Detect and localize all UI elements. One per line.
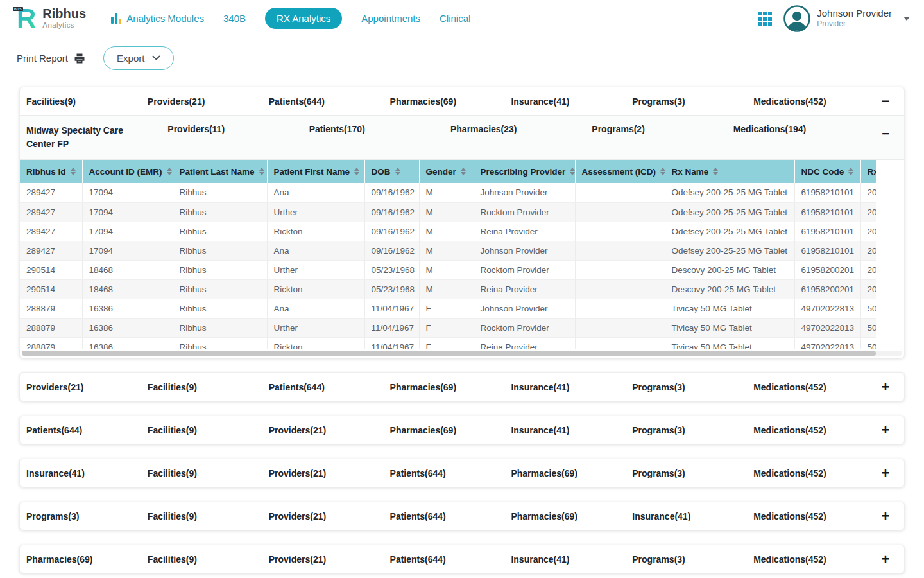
column-label: Prescribing Provider bbox=[481, 167, 566, 177]
column-header-rx[interactable]: Rx bbox=[860, 160, 876, 183]
column-header-ribhus-id[interactable]: Ribhus Id bbox=[20, 160, 82, 183]
export-button[interactable]: Export bbox=[103, 46, 174, 70]
accordion-item-programs-3: Programs(3) bbox=[632, 460, 753, 486]
table-cell: 09/16/1962 bbox=[364, 222, 419, 241]
table-cell: Rickton bbox=[267, 222, 364, 241]
main-nav: Analytics Modules340BRX AnalyticsAppoint… bbox=[111, 8, 470, 29]
nav-appointments[interactable]: Appointments bbox=[361, 13, 420, 24]
table-row[interactable]: 29051418468RibhusUrther05/23/1968MRockto… bbox=[20, 260, 876, 279]
accordion-item-medications-194: Medications(194) bbox=[733, 116, 875, 142]
table-row[interactable]: 28887916386RibhusAna11/04/1967FJohnson P… bbox=[20, 299, 876, 318]
accordion-item-medications-452: Medications(452) bbox=[753, 460, 875, 486]
column-header-ndc-code[interactable]: NDC Code bbox=[794, 160, 860, 183]
print-report-button[interactable]: Print Report bbox=[17, 53, 85, 64]
table-cell: 289427 bbox=[20, 183, 82, 202]
facilities-accordion-header[interactable]: Facilities(9)Providers(21)Patients(644)P… bbox=[20, 87, 904, 115]
column-header-assessment-icd[interactable]: Assessment (ICD) bbox=[575, 160, 665, 183]
nav-rx-analytics[interactable]: RX Analytics bbox=[265, 8, 342, 29]
report-content: Facilities(9)Providers(21)Patients(644)P… bbox=[0, 78, 924, 578]
table-row[interactable]: 28942717094RibhusUrther09/16/1962MRockto… bbox=[20, 202, 876, 222]
nav-analytics-modules[interactable]: Analytics Modules bbox=[111, 13, 204, 24]
table-row[interactable]: 28942717094RibhusRickton09/16/1962MReina… bbox=[20, 222, 876, 241]
expand-icon[interactable]: + bbox=[875, 552, 896, 566]
accordion-item-pharmacies-69: Pharmacies(69) bbox=[511, 460, 632, 486]
accordion-items: Providers(21)Facilities(9)Patients(644)P… bbox=[26, 374, 875, 400]
table-cell: M bbox=[419, 222, 474, 241]
accordion-header-patients-644[interactable]: Patients(644)Facilities(9)Providers(21)P… bbox=[20, 416, 904, 444]
expand-icon[interactable]: + bbox=[875, 509, 896, 523]
accordion-item-medications-452: Medications(452) bbox=[753, 504, 875, 529]
expand-icon[interactable]: + bbox=[875, 423, 896, 437]
top-navbar: RBUS Ribhus Analytics Analytics Modules3… bbox=[0, 0, 924, 37]
sort-icon[interactable] bbox=[660, 168, 665, 175]
table-cell: 61958210101 bbox=[794, 183, 860, 202]
table-row[interactable]: 28887916386RibhusUrther11/04/1967FRockto… bbox=[20, 318, 876, 337]
column-header-prescribing-provider[interactable]: Prescribing Provider bbox=[474, 160, 575, 183]
facility-accordion-header[interactable]: Midway Specialty Care Center FP Provider… bbox=[20, 115, 904, 160]
table-cell: M bbox=[419, 279, 474, 299]
brand-logo[interactable]: RBUS Ribhus Analytics bbox=[17, 0, 99, 37]
column-header-patient-first-name[interactable]: Patient First Name bbox=[267, 160, 364, 183]
accordion-header-pharmacies-69[interactable]: Pharmacies(69)Facilities(9)Providers(21)… bbox=[20, 545, 904, 573]
collapse-icon[interactable]: − bbox=[875, 94, 896, 109]
table-cell: Reina Provider bbox=[474, 279, 575, 299]
sort-icon[interactable] bbox=[167, 168, 172, 175]
table-cell: Urther bbox=[267, 318, 364, 337]
sort-icon[interactable] bbox=[570, 168, 575, 175]
table-cell: Reina Provider bbox=[474, 222, 575, 241]
accordion-header-providers-21[interactable]: Providers(21)Facilities(9)Patients(644)P… bbox=[20, 373, 904, 401]
table-cell: 17094 bbox=[82, 241, 173, 260]
accordion-item-facilities-9: Facilities(9) bbox=[148, 460, 269, 486]
sort-icon[interactable] bbox=[395, 168, 400, 175]
collapse-icon[interactable]: − bbox=[875, 116, 896, 140]
column-label: Rx Name bbox=[672, 167, 709, 177]
export-label: Export bbox=[117, 53, 144, 64]
table-cell: Urther bbox=[267, 202, 364, 222]
table-row[interactable]: 28942717094RibhusAna09/16/1962MJohnson P… bbox=[20, 241, 876, 260]
table-row[interactable]: 28942717094RibhusAna09/16/1962MJohnson P… bbox=[20, 183, 876, 202]
column-header-rx-name[interactable]: Rx Name bbox=[665, 160, 794, 183]
apps-grid-icon[interactable] bbox=[758, 12, 772, 26]
accordion-item-pharmacies-69: Pharmacies(69) bbox=[390, 417, 511, 443]
sort-icon[interactable] bbox=[354, 168, 359, 175]
accordion-item-patients-644: Patients(644) bbox=[390, 504, 511, 529]
accordion-header-insurance-41[interactable]: Insurance(41)Facilities(9)Providers(21)P… bbox=[20, 459, 904, 487]
horizontal-scrollbar-thumb[interactable] bbox=[22, 351, 876, 356]
expand-icon[interactable]: + bbox=[875, 466, 896, 480]
facility-accordion-items: Midway Specialty Care Center FP Provider… bbox=[26, 116, 875, 159]
expand-icon[interactable]: + bbox=[875, 380, 896, 394]
table-cell: 200 bbox=[860, 279, 876, 299]
column-header-dob[interactable]: DOB bbox=[364, 160, 419, 183]
column-header-account-id-emr[interactable]: Account ID (EMR) bbox=[82, 160, 173, 183]
column-header-gender[interactable]: Gender bbox=[419, 160, 474, 183]
user-menu[interactable]: Johnson Provider Provider bbox=[783, 5, 910, 32]
table-cell: 288879 bbox=[20, 299, 82, 318]
column-header-patient-last-name[interactable]: Patient Last Name bbox=[173, 160, 267, 183]
table-cell bbox=[575, 318, 665, 337]
column-label: Assessment (ICD) bbox=[582, 167, 656, 177]
table-row[interactable]: 29051418468RibhusRickton05/23/1968MReina… bbox=[20, 279, 876, 299]
column-label: NDC Code bbox=[801, 167, 844, 177]
sort-icon[interactable] bbox=[71, 168, 76, 175]
table-row[interactable]: 28887916386RibhusRickton11/04/1967FReina… bbox=[20, 337, 876, 349]
table-cell: Descovy 200-25 MG Tablet bbox=[665, 279, 794, 299]
table-cell: 05/23/1968 bbox=[364, 260, 419, 279]
sort-icon[interactable] bbox=[259, 168, 264, 175]
table-cell: Ribhus bbox=[173, 337, 267, 349]
accordion-item-programs-3: Programs(3) bbox=[632, 417, 753, 443]
accordion-item-medications-452: Medications(452) bbox=[753, 417, 875, 443]
nav-clinical[interactable]: Clinical bbox=[440, 13, 470, 24]
table-cell: 61958200201 bbox=[794, 260, 860, 279]
sort-icon[interactable] bbox=[713, 168, 718, 175]
nav-340b[interactable]: 340B bbox=[223, 13, 246, 24]
accordion-header-programs-3[interactable]: Programs(3)Facilities(9)Providers(21)Pat… bbox=[20, 502, 904, 530]
table-cell: 11/04/1967 bbox=[364, 318, 419, 337]
table-cell: 50 bbox=[860, 337, 876, 349]
table-cell: 18468 bbox=[82, 279, 173, 299]
sort-icon[interactable] bbox=[461, 168, 466, 175]
chevron-down-icon[interactable] bbox=[903, 17, 910, 21]
accordion-item-medications-452: Medications(452) bbox=[753, 374, 875, 400]
table-cell bbox=[575, 222, 665, 241]
rx-table-scroll-area[interactable]: Ribhus IdAccount ID (EMR)Patient Last Na… bbox=[20, 160, 876, 349]
sort-icon[interactable] bbox=[848, 168, 853, 175]
